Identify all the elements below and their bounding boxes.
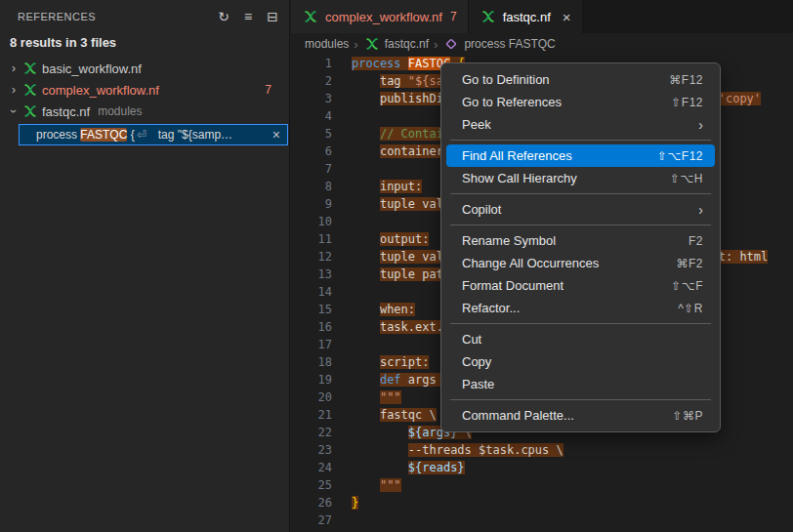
match-highlight: FASTQC	[80, 128, 127, 142]
line-number: 14	[291, 283, 352, 301]
line-number: 24	[291, 459, 352, 476]
line-number: 10	[291, 213, 352, 230]
chevron-down-icon: ›	[7, 103, 21, 119]
line-number: 23	[291, 441, 352, 459]
return-icon: ⏎	[137, 128, 146, 142]
menu-item-show-call-hierarchy[interactable]: Show Call Hierarchy⇧⌥H	[446, 167, 715, 189]
chevron-right-icon: ›	[354, 37, 357, 52]
clear-results-icon[interactable]: ≡	[237, 6, 259, 27]
symbol-icon	[442, 38, 460, 50]
line-number: 25	[291, 476, 352, 494]
menu-separator	[450, 140, 711, 141]
tab-label: complex_workflow.nf	[325, 10, 442, 24]
breadcrumbs: modules›fastqc.nf›process FASTQC	[291, 33, 793, 55]
menu-item-copilot[interactable]: Copilot›	[446, 198, 715, 221]
line-number: 20	[291, 389, 352, 406]
line-number: 1	[291, 55, 352, 72]
close-icon[interactable]: ×	[269, 127, 284, 143]
line-number: 3	[291, 90, 352, 107]
chevron-right-icon: ›	[6, 61, 21, 75]
collapse-all-icon[interactable]: ⊟	[262, 6, 283, 27]
menu-separator	[450, 225, 711, 225]
chevron-right-icon: ›	[434, 37, 438, 52]
line-number: 4	[291, 107, 352, 125]
chevron-right-icon: ›	[6, 83, 21, 97]
nextflow-icon	[363, 37, 381, 51]
breadcrumb-item-modules[interactable]: modules	[305, 37, 349, 51]
menu-separator	[450, 193, 711, 194]
line-number: 6	[291, 143, 352, 160]
file-name: complex_workflow.nf	[42, 83, 159, 98]
refresh-icon[interactable]: ↻	[213, 6, 234, 27]
code-line: 26}	[291, 494, 793, 512]
tab-problems-badge: 7	[450, 10, 457, 23]
tab-label: fastqc.nf	[503, 10, 551, 24]
line-number: 2	[291, 72, 352, 90]
line-number: 27	[291, 512, 352, 529]
submenu-chevron-icon: ›	[698, 117, 703, 133]
code-line: 25 """	[291, 476, 793, 494]
line-number: 26	[291, 494, 352, 512]
code-line: 23 --threads $task.cpus \	[291, 441, 793, 459]
file-name: basic_workflow.nf	[42, 61, 142, 76]
results-summary: 8 results in 3 files	[0, 33, 289, 58]
menu-item-copy[interactable]: Copy	[446, 350, 715, 373]
menu-item-go-to-definition[interactable]: Go to Definition⌘F12	[446, 68, 715, 91]
file-name: fastqc.nf	[42, 104, 90, 119]
tree-file-row-fastqc-nf[interactable]: ›fastqc.nfmodules	[0, 101, 289, 122]
submenu-chevron-icon: ›	[698, 202, 703, 218]
nextflow-icon	[21, 83, 39, 97]
menu-item-refactor[interactable]: Refactor...^⇧R	[446, 297, 715, 319]
tree-file-row-basic-workflow-nf[interactable]: ›basic_workflow.nf	[0, 58, 289, 79]
breadcrumb-item-process-fastqc[interactable]: process FASTQC	[442, 37, 555, 51]
tab-bar: complex_workflow.nf7fastqc.nf×	[291, 0, 793, 33]
sidebar-toolbar: ↻≡⊟	[210, 6, 283, 27]
menu-item-peek[interactable]: Peek›	[446, 113, 715, 136]
tab-complex-workflow-nf[interactable]: complex_workflow.nf7	[291, 0, 469, 33]
code-line: 27	[291, 512, 793, 529]
menu-item-rename-symbol[interactable]: Rename SymbolF2	[446, 229, 715, 252]
references-sidebar: REFERENCES ↻≡⊟ 8 results in 3 files ›bas…	[0, 0, 290, 532]
menu-item-change-all-occurrences[interactable]: Change All Occurrences⌘F2	[446, 252, 715, 274]
reference-result-row[interactable]: process FASTQC {⏎ tag "${samp…×	[19, 124, 288, 145]
file-description: modules	[98, 104, 142, 118]
nextflow-icon	[21, 61, 39, 75]
code-line: 24 ${reads}	[291, 459, 793, 476]
references-tree: ›basic_workflow.nf›complex_workflow.nf7›…	[0, 58, 289, 145]
nextflow-icon	[21, 104, 39, 118]
line-number: 11	[291, 230, 352, 248]
nextflow-icon	[302, 10, 319, 23]
menu-item-cut[interactable]: Cut	[446, 328, 715, 350]
result-preview: process FASTQC {⏎ tag "${samp…	[36, 128, 269, 142]
tree-file-row-complex-workflow-nf[interactable]: ›complex_workflow.nf7	[0, 79, 289, 101]
sidebar-header: REFERENCES ↻≡⊟	[0, 0, 289, 33]
line-number: 16	[291, 318, 352, 336]
menu-item-find-all-references[interactable]: Find All References⇧⌥F12	[446, 144, 715, 167]
line-number: 22	[291, 424, 352, 441]
line-number: 21	[291, 406, 352, 424]
line-number: 8	[291, 178, 352, 195]
line-number: 7	[291, 160, 352, 178]
close-icon[interactable]: ×	[563, 9, 571, 25]
line-number: 15	[291, 301, 352, 318]
line-number: 13	[291, 266, 352, 283]
results-count-badge: 7	[265, 83, 281, 97]
line-number: 5	[291, 125, 352, 143]
tab-fastqc-nf[interactable]: fastqc.nf×	[469, 0, 583, 33]
breadcrumb-item-fastqc-nf[interactable]: fastqc.nf	[363, 37, 429, 51]
menu-separator	[450, 323, 711, 324]
nextflow-icon	[480, 10, 497, 23]
line-number: 12	[291, 248, 352, 266]
menu-item-format-document[interactable]: Format Document⇧⌥F	[446, 274, 715, 297]
sidebar-title: REFERENCES	[18, 11, 210, 22]
menu-item-go-to-references[interactable]: Go to References⇧F12	[446, 91, 715, 113]
line-number: 9	[291, 195, 352, 213]
line-number: 19	[291, 371, 352, 389]
line-number: 17	[291, 336, 352, 353]
menu-item-paste[interactable]: Paste	[446, 373, 715, 395]
context-menu: Go to Definition⌘F12Go to References⇧F12…	[440, 62, 721, 432]
line-number: 18	[291, 353, 352, 371]
menu-separator	[450, 399, 711, 400]
menu-item-command-palette[interactable]: Command Palette...⇧⌘P	[446, 404, 715, 427]
